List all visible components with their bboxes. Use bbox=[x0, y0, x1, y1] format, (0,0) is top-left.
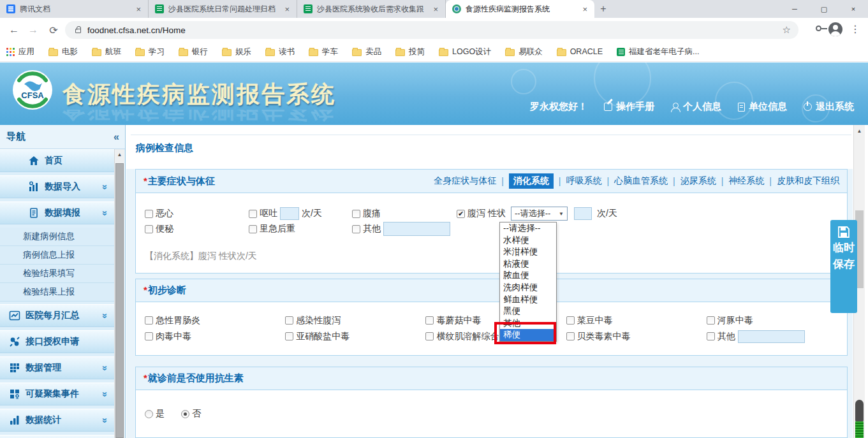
sidebar-scrollbar-thumb[interactable] bbox=[115, 163, 124, 438]
dropdown-option[interactable]: 黑便 bbox=[500, 305, 556, 318]
bookmark-folder[interactable]: 学车 bbox=[309, 47, 338, 57]
sidebar-item-monthly-summary[interactable]: 医院每月汇总 » bbox=[0, 304, 115, 327]
bookmark-folder[interactable]: 银行 bbox=[179, 47, 208, 57]
sidebar-item-statistics[interactable]: 数据统计 » bbox=[0, 409, 115, 432]
sidebar-item-cluster-events[interactable]: 可疑聚集事件 » bbox=[0, 383, 115, 405]
bookmark-star-icon[interactable]: ☆ bbox=[783, 24, 791, 36]
bookmark-folder[interactable]: 娱乐 bbox=[222, 47, 251, 57]
scroll-up-icon[interactable]: ▲ bbox=[115, 149, 124, 161]
forward-button[interactable]: → bbox=[26, 22, 41, 38]
checkbox-nausea[interactable]: 恶心 bbox=[145, 208, 249, 219]
checkbox[interactable] bbox=[249, 210, 257, 218]
checkbox[interactable] bbox=[285, 332, 293, 340]
tab-close-icon[interactable]: × bbox=[431, 4, 440, 14]
address-bar[interactable]: foodnet.cfsa.net.cn/Home ☆ bbox=[65, 21, 798, 39]
bookmark-doc[interactable]: 福建省老年电子病... bbox=[617, 47, 699, 57]
checkbox-vomit[interactable]: 呕吐次/天 bbox=[249, 207, 352, 220]
tab-close-icon[interactable]: × bbox=[134, 4, 143, 14]
dropdown-option[interactable]: 水样便 bbox=[500, 235, 556, 247]
stool-trait-select[interactable]: --请选择-- ▼ bbox=[511, 207, 568, 221]
manual-link[interactable]: 操作手册 bbox=[604, 101, 654, 113]
vomit-count-input[interactable] bbox=[280, 207, 299, 220]
checkbox[interactable] bbox=[352, 210, 360, 218]
sidebar-item-monitor-warning[interactable]: 监测预警 » bbox=[0, 435, 115, 438]
sidebar-item-data-import[interactable]: 数据导入 » bbox=[0, 175, 115, 198]
bookmark-folder[interactable]: LOGO设计 bbox=[439, 47, 491, 57]
tab-respiratory[interactable]: 呼吸系统 bbox=[566, 175, 601, 187]
sidebar-subitem-test-report[interactable]: 检验结果上报 bbox=[0, 283, 115, 302]
other-symptom-input[interactable] bbox=[383, 222, 450, 236]
sidebar-scrollbar[interactable]: ▲ bbox=[114, 149, 124, 438]
tab-systemic[interactable]: 全身症状与体征 bbox=[434, 175, 496, 187]
bookmark-folder[interactable]: 投简 bbox=[395, 47, 425, 57]
bookmark-folder[interactable]: ORACLE bbox=[557, 47, 603, 56]
maximize-button[interactable]: ▢ bbox=[809, 0, 839, 18]
sidebar-item-data-manage[interactable]: 数据管理 » bbox=[0, 356, 115, 379]
checkbox-gastroenteritis[interactable]: 急性胃肠炎 bbox=[145, 315, 285, 326]
checkbox[interactable] bbox=[145, 316, 153, 325]
checkbox[interactable] bbox=[249, 225, 257, 233]
tab-cardiovascular[interactable]: 心脑血管系统 bbox=[614, 175, 668, 187]
dropdown-option[interactable]: 鲜血样便 bbox=[500, 294, 556, 306]
radio-button[interactable] bbox=[145, 410, 153, 418]
checkbox-checked[interactable]: ✔ bbox=[457, 210, 465, 218]
sidebar-item-api-auth[interactable]: 接口授权申请 bbox=[0, 330, 115, 353]
sidebar-subitem-case-report[interactable]: 病例信息上报 bbox=[0, 246, 115, 265]
checkbox-diarrhea[interactable]: ✔ 腹泻 性状 --请选择-- ▼ 次/天 bbox=[457, 207, 847, 221]
password-key-icon[interactable] bbox=[816, 26, 821, 31]
sidebar-item-home[interactable]: 首页 bbox=[0, 149, 115, 172]
checkbox[interactable] bbox=[707, 332, 715, 340]
checkbox[interactable] bbox=[425, 316, 434, 325]
back-button[interactable]: ← bbox=[6, 22, 22, 38]
bookmark-folder[interactable]: 卖品 bbox=[352, 47, 381, 57]
tab-foodnet-active[interactable]: 食源性疾病监测报告系统 × bbox=[446, 0, 594, 18]
tab-close-icon[interactable]: × bbox=[580, 4, 589, 14]
bookmark-folder[interactable]: 易联众 bbox=[505, 47, 543, 57]
checkbox-constipation[interactable]: 便秘 bbox=[145, 223, 249, 235]
other-diagnosis-input[interactable] bbox=[738, 330, 805, 343]
checkbox[interactable] bbox=[352, 225, 360, 233]
checkbox-nitrite-poisoning[interactable]: 亚硝酸盐中毒 bbox=[285, 331, 425, 342]
bookmark-folder[interactable]: 学习 bbox=[135, 47, 165, 57]
checkbox[interactable] bbox=[707, 316, 715, 325]
sidebar-item-data-entry[interactable]: 数据填报 » bbox=[0, 201, 115, 224]
logout-link[interactable]: 退出系统 bbox=[804, 101, 854, 113]
org-info-link[interactable]: 单位信息 bbox=[738, 101, 787, 113]
diarrhea-count-input[interactable] bbox=[574, 207, 592, 220]
minimize-button[interactable]: ─ bbox=[780, 0, 809, 18]
tab-urinary[interactable]: 泌尿系统 bbox=[680, 175, 716, 187]
bookmark-folder[interactable]: 电影 bbox=[48, 47, 78, 57]
checkbox[interactable] bbox=[285, 316, 293, 325]
checkbox-other-symptom[interactable]: 其他 bbox=[352, 222, 847, 236]
dropdown-option[interactable]: --请选择-- bbox=[500, 223, 556, 235]
tab-sheet-archive[interactable]: 沙县医院系统日常问题处理归档 × bbox=[149, 0, 297, 18]
bookmark-apps[interactable]: 应用 bbox=[6, 47, 34, 57]
checkbox[interactable] bbox=[566, 332, 575, 340]
tab-tencent-docs[interactable]: 腾讯文档 × bbox=[0, 0, 149, 18]
tab-nervous[interactable]: 神经系统 bbox=[728, 175, 764, 187]
dropdown-option[interactable]: 洗肉样便 bbox=[500, 282, 556, 294]
temp-save-button[interactable]: 临时保存 bbox=[830, 220, 857, 313]
checkbox-pufferfish-poisoning[interactable]: 河豚中毒 bbox=[707, 315, 847, 326]
sidebar-subitem-new-case[interactable]: 新建病例信息 bbox=[0, 228, 115, 246]
tab-digestive[interactable]: 消化系统 bbox=[509, 173, 554, 189]
reload-button[interactable]: ⟳ bbox=[46, 22, 61, 38]
checkbox-abdominal-pain[interactable]: 腹痛 bbox=[352, 208, 457, 219]
radio-button-selected[interactable] bbox=[181, 410, 189, 418]
profile-avatar[interactable] bbox=[828, 22, 842, 36]
checkbox-shellfish-toxin[interactable]: 贝类毒素中毒 bbox=[566, 331, 707, 342]
url-text[interactable]: foodnet.cfsa.net.cn/Home bbox=[87, 26, 186, 35]
checkbox-bean-poisoning[interactable]: 菜豆中毒 bbox=[566, 315, 707, 326]
dropdown-option[interactable]: 脓血便 bbox=[500, 270, 556, 282]
checkbox-botulism[interactable]: 肉毒中毒 bbox=[145, 331, 285, 342]
checkbox-other-diagnosis[interactable]: 其他 bbox=[707, 330, 847, 343]
bookmark-folder[interactable]: 航班 bbox=[92, 47, 121, 57]
tab-close-icon[interactable]: × bbox=[283, 4, 291, 14]
sidebar-subitem-test-fill[interactable]: 检验结果填写 bbox=[0, 265, 115, 283]
collapse-icon[interactable]: « bbox=[114, 131, 119, 143]
checkbox[interactable] bbox=[145, 332, 153, 340]
close-button[interactable]: × bbox=[839, 0, 868, 18]
radio-yes[interactable]: 是 bbox=[145, 408, 165, 420]
browser-menu-icon[interactable]: ⋮ bbox=[850, 23, 860, 35]
radio-no[interactable]: 否 bbox=[181, 408, 201, 420]
